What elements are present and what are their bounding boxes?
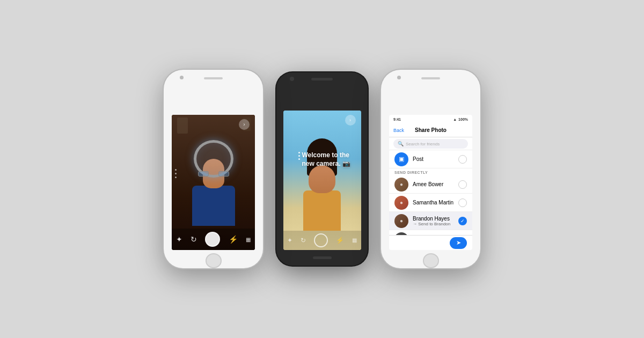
phones-wrapper: › ✦ ↻ ⚡ ▦ — [164, 70, 480, 268]
next-arrow-icon-2[interactable]: › — [345, 115, 356, 126]
send-directly-label: SEND DIRECTLY — [389, 168, 472, 175]
share-item-brandon[interactable]: ● Brandon Hayes → Send to Brandon ✓ — [389, 212, 472, 230]
share-item-samantha[interactable]: ● Samantha Martin — [389, 194, 472, 212]
post-label: Post — [413, 156, 458, 162]
brandon-radio-checked[interactable]: ✓ — [458, 217, 467, 225]
flip-icon[interactable]: ↻ — [191, 235, 197, 244]
post-radio[interactable] — [458, 155, 467, 164]
send-bar: ➤ — [389, 235, 472, 250]
phone2-camera-dot — [290, 77, 294, 81]
phone2-bottom — [313, 250, 332, 266]
phone1-camera-view: › ✦ ↻ ⚡ ▦ — [172, 115, 255, 250]
amee-avatar: ● — [394, 178, 408, 192]
send-icon: ➤ — [456, 239, 461, 246]
share-list: ▣ Post SEND DIRECTLY ● Amee Bo — [389, 150, 472, 235]
effects-icon[interactable]: ✦ — [176, 235, 182, 244]
front-camera-icon-3 — [397, 76, 401, 79]
phone3-screen: 9:41 ▲ 100% Back Share Photo — [389, 115, 472, 250]
search-placeholder: Search for friends — [406, 142, 440, 146]
shutter-button[interactable] — [205, 232, 220, 247]
phone3-top — [381, 70, 480, 91]
welcome-text-line2: new camera. 📷 — [302, 160, 350, 167]
home-button-3[interactable] — [423, 253, 439, 268]
phone2-top — [276, 72, 368, 91]
nav-title: Share Photo — [415, 127, 447, 133]
brandon-name: Brandon Hayes — [413, 216, 458, 222]
share-item-amee[interactable]: ● Amee Bower — [389, 175, 472, 194]
amee-radio[interactable] — [458, 180, 467, 189]
phone2-screen: Welcome to the new camera. 📷 › ✦ ↻ ⚡ ▦ — [283, 111, 361, 250]
welcome-text-line1: Welcome to the — [302, 151, 349, 159]
welcome-text: Welcome to the new camera. 📷 — [298, 151, 350, 168]
phone1-screen: › ✦ ↻ ⚡ ▦ — [172, 115, 255, 250]
britton-radio[interactable] — [458, 235, 467, 236]
brandon-avatar: ● — [394, 214, 408, 228]
amee-name: Amee Bower — [413, 181, 458, 187]
phone1-top — [164, 70, 263, 91]
dot — [175, 169, 177, 171]
status-time: 9:41 — [393, 117, 401, 121]
gallery-icon[interactable]: ▦ — [246, 237, 251, 243]
post-icon: ▣ — [394, 152, 408, 166]
status-bar: 9:41 ▲ 100% — [389, 115, 472, 123]
battery-icon: 100% — [458, 117, 468, 121]
back-button[interactable]: Back — [393, 128, 404, 133]
front-camera-icon — [180, 76, 184, 79]
camera-controls-bar-2: ✦ ↻ ⚡ ▦ — [283, 231, 361, 250]
dot — [175, 177, 177, 178]
send-button[interactable]: ➤ — [450, 237, 467, 249]
phone2-speaker — [311, 78, 333, 80]
home-button[interactable] — [206, 253, 222, 268]
search-icon: 🔍 — [398, 141, 404, 146]
brandon-info: Brandon Hayes → Send to Brandon — [413, 216, 458, 226]
flip-icon-2[interactable]: ↻ — [301, 237, 306, 244]
gallery-icon-2[interactable]: ▦ — [352, 237, 357, 243]
samantha-avatar: ● — [394, 196, 408, 210]
nav-bar: Back Share Photo — [389, 123, 472, 137]
share-item-britton[interactable]: ● Britton Difforme — [389, 230, 472, 235]
phones-container: › ✦ ↻ ⚡ ▦ — [0, 0, 644, 338]
phone-1: › ✦ ↻ ⚡ ▦ — [164, 70, 263, 268]
dot — [175, 173, 177, 174]
flash-icon-2[interactable]: ⚡ — [336, 237, 344, 244]
side-indicator-dots — [175, 169, 177, 178]
share-photo-ui: 9:41 ▲ 100% Back Share Photo — [389, 115, 472, 250]
search-bar: 🔍 Search for friends — [389, 137, 472, 150]
speaker — [204, 77, 223, 79]
samantha-name: Samantha Martin — [413, 200, 458, 205]
camera-controls-bar: ✦ ↻ ⚡ ▦ — [172, 229, 255, 250]
status-icons: ▲ 100% — [453, 117, 468, 121]
share-item-post[interactable]: ▣ Post — [389, 150, 472, 168]
phone2-home-bar — [313, 256, 332, 259]
effects-icon-2[interactable]: ✦ — [287, 237, 292, 244]
flash-icon[interactable]: ⚡ — [229, 235, 238, 244]
shutter-button-2[interactable] — [314, 233, 328, 247]
britton-avatar: ● — [394, 232, 408, 236]
search-field[interactable]: 🔍 Search for friends — [393, 139, 468, 149]
phone-2: Welcome to the new camera. 📷 › ✦ ↻ ⚡ ▦ — [276, 72, 368, 266]
brandon-sub: → Send to Brandon — [413, 222, 458, 226]
phone2-camera-view: Welcome to the new camera. 📷 › ✦ ↻ ⚡ ▦ — [283, 111, 361, 250]
wifi-icon: ▲ — [453, 117, 457, 121]
speaker-3 — [421, 77, 440, 79]
samantha-radio[interactable] — [458, 199, 467, 207]
phone-3: 9:41 ▲ 100% Back Share Photo — [381, 70, 480, 268]
